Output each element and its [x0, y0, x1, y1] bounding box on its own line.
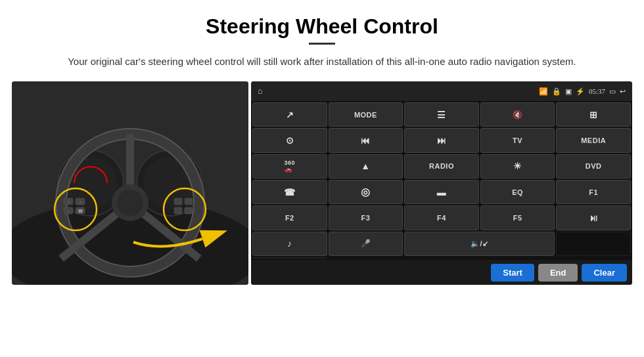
screen-btn[interactable]: ▬ — [404, 180, 479, 204]
bluetooth-icon: ⚡ — [576, 87, 585, 96]
title-divider — [309, 43, 335, 45]
svg-text:☎: ☎ — [78, 209, 83, 214]
home-icon: ⌂ — [258, 86, 263, 96]
nav-btn[interactable]: ↗ — [252, 102, 327, 127]
svg-rect-26 — [185, 207, 193, 214]
sim-icon: ▣ — [565, 87, 572, 96]
internet-btn[interactable]: ◎ — [329, 180, 403, 204]
list-btn[interactable]: ☰ — [404, 102, 479, 127]
radio-btn[interactable]: RADIO — [404, 154, 479, 178]
mic-btn[interactable]: 🎤 — [329, 232, 403, 256]
mode-btn[interactable]: MODE — [329, 102, 403, 127]
f2-btn[interactable]: F2 — [252, 205, 327, 230]
360-btn[interactable]: 360🚗 — [252, 154, 327, 178]
next-btn[interactable]: ⏭ — [404, 128, 479, 152]
eq-btn[interactable]: EQ — [480, 180, 555, 204]
page-container: Steering Wheel Control Your original car… — [0, 0, 644, 285]
svg-rect-23 — [174, 198, 182, 205]
f5-btn[interactable]: F5 — [480, 205, 555, 230]
back-icon: ↩ — [620, 87, 626, 96]
svg-text:-: - — [68, 209, 69, 213]
svg-text:♪: ♪ — [80, 200, 81, 204]
phone-btn[interactable]: ☎ — [252, 180, 327, 204]
f1-btn[interactable]: F1 — [556, 180, 631, 204]
control-panel: ⌂ 📶 🔒 ▣ ⚡ 05:37 ▭ ↩ ↗ MODE ☰ 🔇 — [251, 81, 632, 285]
window-icon: ▭ — [609, 87, 616, 96]
panel-topbar: ⌂ 📶 🔒 ▣ ⚡ 05:37 ▭ ↩ — [251, 81, 632, 101]
mute-btn[interactable]: 🔇 — [480, 102, 555, 127]
media-btn[interactable]: MEDIA — [556, 128, 631, 152]
f3-btn[interactable]: F3 — [329, 205, 403, 230]
content-row: + - ♪ ☎ — [0, 81, 644, 285]
start-button[interactable]: Start — [491, 264, 534, 282]
topbar-left: ⌂ — [258, 86, 263, 96]
wifi-icon: 📶 — [539, 87, 548, 96]
lock-icon: 🔒 — [552, 87, 561, 96]
playpause-btn[interactable]: ⏯ — [556, 205, 631, 230]
music-btn[interactable]: ♪ — [252, 232, 327, 256]
topbar-right: 📶 🔒 ▣ ⚡ 05:37 ▭ ↩ — [539, 87, 626, 96]
f4-btn[interactable]: F4 — [404, 205, 479, 230]
settings-btn[interactable]: ⊙ — [252, 128, 327, 152]
prev-btn[interactable]: ⏮ — [329, 128, 403, 152]
page-title: Steering Wheel Control — [0, 0, 644, 43]
svg-rect-25 — [174, 207, 182, 214]
svg-point-12 — [117, 190, 143, 216]
button-grid: ↗ MODE ☰ 🔇 ⊞ ⊙ ⏮ ⏭ TV MEDIA 360🚗 ▲ RADIO… — [251, 101, 632, 260]
clear-button[interactable]: Clear — [582, 264, 627, 282]
empty2 — [252, 257, 327, 259]
steering-wheel-image: + - ♪ ☎ — [12, 81, 248, 285]
volume-call-btn[interactable]: 🔈/↙ — [404, 232, 555, 256]
empty1 — [556, 232, 631, 256]
clock: 05:37 — [589, 87, 605, 95]
dvd-btn[interactable]: DVD — [556, 154, 631, 178]
brightness-btn[interactable]: ☀ — [480, 154, 555, 178]
tv-btn[interactable]: TV — [480, 128, 555, 152]
svg-rect-24 — [185, 198, 193, 205]
bottom-action-bar: Start End Clear — [251, 260, 632, 285]
eject-btn[interactable]: ▲ — [329, 154, 403, 178]
apps-btn[interactable]: ⊞ — [556, 102, 631, 127]
end-button[interactable]: End — [538, 264, 578, 282]
subtitle: Your original car's steering wheel contr… — [0, 54, 644, 81]
